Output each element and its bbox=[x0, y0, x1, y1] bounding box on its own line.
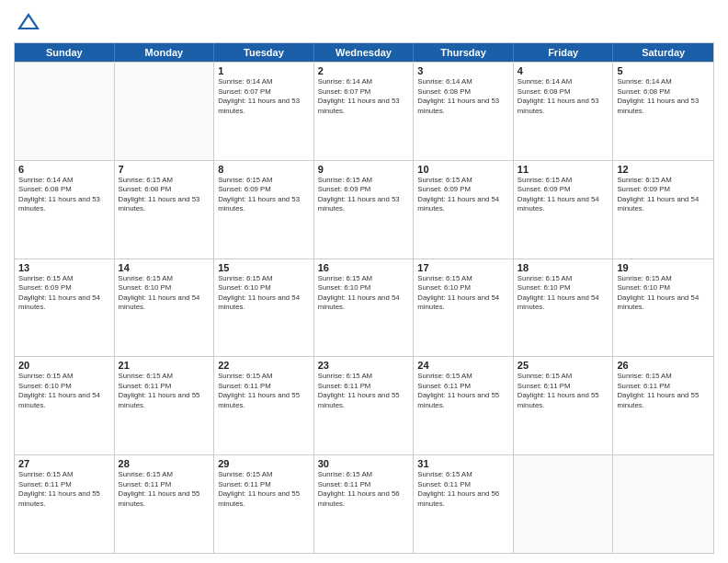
cell-info: Sunrise: 6:15 AM Sunset: 6:09 PM Dayligh… bbox=[318, 176, 410, 214]
day-number: 7 bbox=[119, 164, 210, 175]
day-number: 22 bbox=[218, 360, 310, 371]
cell-info: Sunrise: 6:14 AM Sunset: 6:08 PM Dayligh… bbox=[617, 77, 710, 116]
day-number: 30 bbox=[318, 458, 410, 469]
calendar-cell: 6Sunrise: 6:14 AM Sunset: 6:08 PM Daylig… bbox=[15, 161, 115, 259]
calendar-cell: 9Sunrise: 6:15 AM Sunset: 6:09 PM Daylig… bbox=[314, 161, 415, 259]
cell-info: Sunrise: 6:15 AM Sunset: 6:11 PM Dayligh… bbox=[119, 470, 210, 509]
day-number: 8 bbox=[218, 164, 310, 175]
cell-info: Sunrise: 6:15 AM Sunset: 6:11 PM Dayligh… bbox=[417, 372, 509, 410]
day-number: 17 bbox=[417, 262, 509, 273]
calendar-week-1: 1Sunrise: 6:14 AM Sunset: 6:07 PM Daylig… bbox=[15, 62, 713, 160]
calendar-cell: 5Sunrise: 6:14 AM Sunset: 6:08 PM Daylig… bbox=[613, 63, 713, 160]
calendar-body: 1Sunrise: 6:14 AM Sunset: 6:07 PM Daylig… bbox=[15, 62, 713, 553]
cell-info: Sunrise: 6:15 AM Sunset: 6:09 PM Dayligh… bbox=[18, 274, 110, 313]
calendar-cell: 1Sunrise: 6:14 AM Sunset: 6:07 PM Daylig… bbox=[214, 63, 314, 160]
cell-info: Sunrise: 6:15 AM Sunset: 6:10 PM Dayligh… bbox=[318, 274, 410, 313]
calendar-cell: 11Sunrise: 6:15 AM Sunset: 6:09 PM Dayli… bbox=[514, 161, 614, 259]
calendar-cell: 4Sunrise: 6:14 AM Sunset: 6:08 PM Daylig… bbox=[514, 63, 614, 160]
cell-info: Sunrise: 6:15 AM Sunset: 6:08 PM Dayligh… bbox=[119, 176, 210, 214]
cell-info: Sunrise: 6:15 AM Sunset: 6:11 PM Dayligh… bbox=[318, 372, 410, 410]
day-number: 1 bbox=[218, 65, 310, 76]
cell-info: Sunrise: 6:15 AM Sunset: 6:09 PM Dayligh… bbox=[417, 176, 509, 214]
cell-info: Sunrise: 6:14 AM Sunset: 6:07 PM Dayligh… bbox=[218, 77, 310, 116]
day-number: 29 bbox=[218, 458, 310, 469]
day-number: 24 bbox=[417, 360, 509, 371]
calendar-cell: 13Sunrise: 6:15 AM Sunset: 6:09 PM Dayli… bbox=[15, 259, 115, 357]
cell-info: Sunrise: 6:15 AM Sunset: 6:10 PM Dayligh… bbox=[617, 274, 710, 313]
calendar-cell: 23Sunrise: 6:15 AM Sunset: 6:11 PM Dayli… bbox=[314, 357, 415, 454]
calendar-cell: 25Sunrise: 6:15 AM Sunset: 6:11 PM Dayli… bbox=[514, 357, 614, 454]
calendar-cell: 3Sunrise: 6:14 AM Sunset: 6:08 PM Daylig… bbox=[414, 63, 514, 160]
day-number: 11 bbox=[518, 164, 609, 175]
day-number: 19 bbox=[617, 262, 710, 273]
calendar-cell bbox=[514, 455, 614, 553]
cell-info: Sunrise: 6:15 AM Sunset: 6:11 PM Dayligh… bbox=[218, 470, 310, 509]
page: SundayMondayTuesdayWednesdayThursdayFrid… bbox=[0, 0, 728, 563]
calendar-cell: 31Sunrise: 6:15 AM Sunset: 6:11 PM Dayli… bbox=[414, 455, 514, 553]
calendar-cell: 30Sunrise: 6:15 AM Sunset: 6:11 PM Dayli… bbox=[314, 455, 415, 553]
day-number: 31 bbox=[417, 458, 509, 469]
cell-info: Sunrise: 6:15 AM Sunset: 6:11 PM Dayligh… bbox=[18, 470, 110, 509]
calendar-cell bbox=[115, 63, 215, 160]
day-number: 3 bbox=[417, 65, 509, 76]
day-number: 10 bbox=[417, 164, 509, 175]
cell-info: Sunrise: 6:14 AM Sunset: 6:08 PM Dayligh… bbox=[18, 176, 110, 214]
day-number: 4 bbox=[518, 65, 609, 76]
cell-info: Sunrise: 6:15 AM Sunset: 6:11 PM Dayligh… bbox=[617, 372, 710, 410]
logo-icon bbox=[16, 9, 41, 35]
day-header-friday: Friday bbox=[514, 43, 614, 62]
day-number: 26 bbox=[617, 360, 710, 371]
day-header-sunday: Sunday bbox=[15, 43, 115, 62]
day-number: 14 bbox=[119, 262, 210, 273]
cell-info: Sunrise: 6:15 AM Sunset: 6:11 PM Dayligh… bbox=[119, 372, 210, 410]
day-number: 13 bbox=[18, 262, 110, 273]
calendar-cell: 8Sunrise: 6:15 AM Sunset: 6:09 PM Daylig… bbox=[214, 161, 314, 259]
calendar-cell: 17Sunrise: 6:15 AM Sunset: 6:10 PM Dayli… bbox=[414, 259, 514, 357]
cell-info: Sunrise: 6:14 AM Sunset: 6:08 PM Dayligh… bbox=[417, 77, 509, 116]
calendar-cell: 14Sunrise: 6:15 AM Sunset: 6:10 PM Dayli… bbox=[115, 259, 215, 357]
day-header-tuesday: Tuesday bbox=[214, 43, 314, 62]
calendar-header: SundayMondayTuesdayWednesdayThursdayFrid… bbox=[15, 43, 713, 62]
day-number: 18 bbox=[518, 262, 609, 273]
cell-info: Sunrise: 6:15 AM Sunset: 6:11 PM Dayligh… bbox=[318, 470, 410, 509]
day-number: 16 bbox=[318, 262, 410, 273]
cell-info: Sunrise: 6:15 AM Sunset: 6:09 PM Dayligh… bbox=[617, 176, 710, 214]
calendar-cell: 29Sunrise: 6:15 AM Sunset: 6:11 PM Dayli… bbox=[214, 455, 314, 553]
day-header-monday: Monday bbox=[115, 43, 215, 62]
calendar-week-2: 6Sunrise: 6:14 AM Sunset: 6:08 PM Daylig… bbox=[15, 160, 713, 259]
calendar-cell: 21Sunrise: 6:15 AM Sunset: 6:11 PM Dayli… bbox=[115, 357, 215, 454]
cell-info: Sunrise: 6:14 AM Sunset: 6:08 PM Dayligh… bbox=[518, 77, 609, 116]
calendar-week-5: 27Sunrise: 6:15 AM Sunset: 6:11 PM Dayli… bbox=[15, 454, 713, 553]
day-header-thursday: Thursday bbox=[414, 43, 514, 62]
calendar-cell: 27Sunrise: 6:15 AM Sunset: 6:11 PM Dayli… bbox=[15, 455, 115, 553]
day-number: 21 bbox=[119, 360, 210, 371]
day-number: 6 bbox=[18, 164, 110, 175]
calendar-cell: 15Sunrise: 6:15 AM Sunset: 6:10 PM Dayli… bbox=[214, 259, 314, 357]
calendar-cell bbox=[15, 63, 115, 160]
day-number: 25 bbox=[518, 360, 609, 371]
cell-info: Sunrise: 6:15 AM Sunset: 6:11 PM Dayligh… bbox=[518, 372, 609, 410]
header bbox=[14, 9, 714, 35]
day-number: 20 bbox=[18, 360, 110, 371]
calendar-cell: 19Sunrise: 6:15 AM Sunset: 6:10 PM Dayli… bbox=[613, 259, 713, 357]
calendar-cell: 22Sunrise: 6:15 AM Sunset: 6:11 PM Dayli… bbox=[214, 357, 314, 454]
cell-info: Sunrise: 6:15 AM Sunset: 6:10 PM Dayligh… bbox=[18, 372, 110, 410]
calendar-cell bbox=[613, 455, 713, 553]
cell-info: Sunrise: 6:15 AM Sunset: 6:10 PM Dayligh… bbox=[218, 274, 310, 313]
day-number: 5 bbox=[617, 65, 710, 76]
cell-info: Sunrise: 6:14 AM Sunset: 6:07 PM Dayligh… bbox=[318, 77, 410, 116]
logo bbox=[14, 9, 41, 35]
cell-info: Sunrise: 6:15 AM Sunset: 6:11 PM Dayligh… bbox=[218, 372, 310, 410]
cell-info: Sunrise: 6:15 AM Sunset: 6:10 PM Dayligh… bbox=[119, 274, 210, 313]
cell-info: Sunrise: 6:15 AM Sunset: 6:10 PM Dayligh… bbox=[417, 274, 509, 313]
day-number: 2 bbox=[318, 65, 410, 76]
cell-info: Sunrise: 6:15 AM Sunset: 6:10 PM Dayligh… bbox=[518, 274, 609, 313]
calendar-cell: 20Sunrise: 6:15 AM Sunset: 6:10 PM Dayli… bbox=[15, 357, 115, 454]
day-number: 9 bbox=[318, 164, 410, 175]
calendar-cell: 24Sunrise: 6:15 AM Sunset: 6:11 PM Dayli… bbox=[414, 357, 514, 454]
day-number: 23 bbox=[318, 360, 410, 371]
day-header-saturday: Saturday bbox=[613, 43, 713, 62]
calendar-cell: 26Sunrise: 6:15 AM Sunset: 6:11 PM Dayli… bbox=[613, 357, 713, 454]
calendar-cell: 16Sunrise: 6:15 AM Sunset: 6:10 PM Dayli… bbox=[314, 259, 415, 357]
day-number: 12 bbox=[617, 164, 710, 175]
